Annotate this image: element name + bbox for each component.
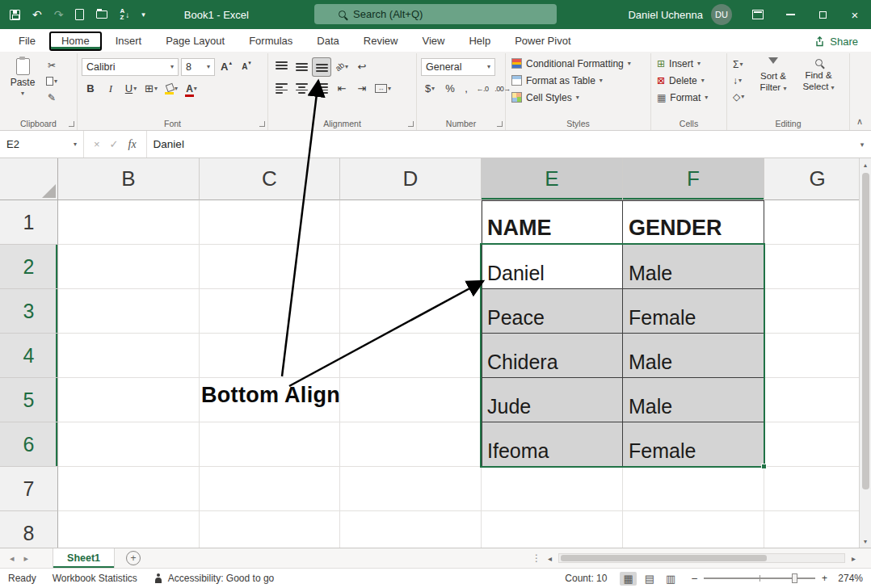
zoom-level[interactable]: 274% bbox=[834, 573, 863, 584]
bold-button[interactable]: B bbox=[82, 80, 99, 98]
conditional-formatting-button[interactable]: Conditional Formatting ▾ bbox=[510, 55, 646, 72]
ribbon-display-options-button[interactable] bbox=[742, 0, 774, 29]
cell-F1[interactable]: GENDER bbox=[623, 200, 764, 245]
cell-styles-button[interactable]: Cell Styles ▾ bbox=[510, 89, 646, 106]
customize-quick-access-button[interactable]: ▾ bbox=[141, 10, 145, 19]
cell-D1[interactable] bbox=[340, 200, 482, 245]
scroll-down-button[interactable]: ▾ bbox=[860, 535, 871, 548]
cell-B5[interactable] bbox=[58, 378, 200, 422]
tab-home[interactable]: Home bbox=[49, 32, 102, 51]
row-header-3[interactable]: 3 bbox=[0, 289, 58, 334]
formula-input[interactable]: Daniel bbox=[147, 131, 853, 158]
next-sheet-button[interactable]: ▸ bbox=[24, 553, 29, 564]
cut-button[interactable]: ✂ bbox=[43, 57, 61, 73]
cell-B7[interactable] bbox=[58, 467, 200, 511]
close-button[interactable]: × bbox=[839, 0, 871, 29]
select-all-corner[interactable] bbox=[0, 158, 58, 200]
column-header-G[interactable]: G bbox=[764, 158, 871, 200]
share-button[interactable]: Share bbox=[814, 36, 858, 52]
cell-F7[interactable] bbox=[623, 467, 764, 511]
cell-D2[interactable] bbox=[340, 245, 482, 289]
cell-B3[interactable] bbox=[58, 289, 200, 334]
format-cells-button[interactable]: ▦ Format ▾ bbox=[655, 89, 722, 106]
cell-B2[interactable] bbox=[58, 245, 200, 289]
scroll-right-button[interactable]: ▸ bbox=[849, 554, 858, 563]
cell-E5[interactable]: Jude bbox=[482, 378, 623, 422]
zoom-in-button[interactable]: + bbox=[822, 573, 827, 584]
italic-button[interactable]: I bbox=[102, 80, 120, 98]
sort-button[interactable]: AZ ↓ bbox=[120, 8, 129, 21]
format-as-table-button[interactable]: Format as Table ▾ bbox=[510, 72, 646, 89]
open-button[interactable] bbox=[96, 10, 107, 19]
fill-handle[interactable] bbox=[761, 464, 767, 469]
cell-G5[interactable] bbox=[764, 378, 871, 422]
cell-E8[interactable] bbox=[482, 511, 623, 548]
page-layout-view-button[interactable]: ▤ bbox=[642, 572, 658, 586]
cell-C7[interactable] bbox=[200, 467, 340, 511]
enter-entry-button[interactable]: ✓ bbox=[110, 138, 119, 150]
number-dialog-launcher[interactable] bbox=[497, 121, 503, 127]
page-break-view-button[interactable]: ▥ bbox=[663, 572, 679, 586]
font-size-select[interactable]: 8 ▾ bbox=[181, 58, 215, 76]
cell-F6[interactable]: Female bbox=[623, 422, 764, 467]
fill-button[interactable]: ↓▾ bbox=[731, 73, 749, 88]
cell-B4[interactable] bbox=[58, 334, 200, 378]
scroll-left-button[interactable]: ◂ bbox=[545, 554, 554, 563]
cell-E4[interactable]: Chidera bbox=[482, 334, 623, 378]
cell-E1[interactable]: NAME bbox=[482, 200, 623, 245]
number-format-select[interactable]: General ▾ bbox=[421, 58, 495, 76]
decrease-font-size-button[interactable]: A▾ bbox=[238, 58, 255, 76]
zoom-slider[interactable] bbox=[704, 578, 815, 579]
insert-function-button[interactable]: fx bbox=[128, 138, 137, 151]
tab-power-pivot[interactable]: Power Pivot bbox=[503, 32, 583, 52]
increase-decimal-button[interactable]: ←.0 bbox=[473, 80, 491, 98]
vertical-scrollbar[interactable]: ▴ ▾ bbox=[859, 158, 871, 548]
previous-sheet-button[interactable]: ◂ bbox=[10, 553, 15, 564]
cell-C3[interactable] bbox=[200, 289, 340, 334]
minimize-button[interactable] bbox=[774, 0, 806, 29]
row-header-1[interactable]: 1 bbox=[0, 200, 58, 245]
new-file-button[interactable] bbox=[75, 9, 84, 20]
normal-view-button[interactable]: ▦ bbox=[620, 572, 636, 586]
tab-review[interactable]: Review bbox=[351, 32, 410, 52]
font-name-select[interactable]: Calibri ▾ bbox=[82, 58, 179, 76]
row-header-5[interactable]: 5 bbox=[0, 378, 58, 422]
cell-D3[interactable] bbox=[340, 289, 482, 334]
cell-E2[interactable]: Daniel bbox=[482, 245, 623, 289]
alignment-dialog-launcher[interactable] bbox=[408, 121, 414, 127]
tab-data[interactable]: Data bbox=[305, 32, 351, 52]
delete-cells-button[interactable]: ⊠ Delete ▾ bbox=[655, 72, 722, 89]
column-header-D[interactable]: D bbox=[340, 158, 482, 200]
cell-C2[interactable] bbox=[200, 245, 340, 289]
cell-F3[interactable]: Female bbox=[623, 289, 764, 334]
new-sheet-button[interactable]: + bbox=[126, 551, 141, 565]
undo-button[interactable]: ↶ bbox=[32, 8, 42, 21]
paste-button[interactable]: Paste ▾ bbox=[4, 55, 41, 105]
expand-formula-bar-button[interactable]: ▾ bbox=[853, 131, 871, 158]
insert-cells-button[interactable]: ⊞ Insert ▾ bbox=[655, 55, 722, 72]
cell-D6[interactable] bbox=[340, 422, 482, 467]
row-header-2[interactable]: 2 bbox=[0, 245, 58, 289]
cell-G2[interactable] bbox=[764, 245, 871, 289]
clipboard-dialog-launcher[interactable] bbox=[69, 121, 74, 127]
save-button[interactable] bbox=[10, 10, 20, 20]
tab-formulas[interactable]: Formulas bbox=[237, 32, 305, 52]
cell-G4[interactable] bbox=[764, 334, 871, 378]
fill-color-button[interactable]: ▾ bbox=[162, 80, 180, 98]
horizontal-scrollbar[interactable] bbox=[558, 553, 845, 563]
align-center-button[interactable] bbox=[292, 80, 310, 98]
cell-E3[interactable]: Peace bbox=[482, 289, 623, 334]
tab-view[interactable]: View bbox=[410, 32, 457, 52]
middle-align-button[interactable] bbox=[292, 58, 310, 76]
column-header-E[interactable]: E bbox=[482, 158, 623, 200]
cell-G7[interactable] bbox=[764, 467, 871, 511]
wrap-text-button[interactable]: ↩ bbox=[353, 58, 371, 76]
name-box[interactable]: E2 ▾ bbox=[0, 131, 84, 158]
cell-B8[interactable] bbox=[58, 511, 200, 548]
font-dialog-launcher[interactable] bbox=[259, 121, 265, 127]
cell-C4[interactable] bbox=[200, 334, 340, 378]
column-header-F[interactable]: F bbox=[623, 158, 764, 200]
cell-C1[interactable] bbox=[200, 200, 340, 245]
clear-button[interactable]: ◇▾ bbox=[731, 89, 749, 104]
cell-B1[interactable] bbox=[58, 200, 200, 245]
